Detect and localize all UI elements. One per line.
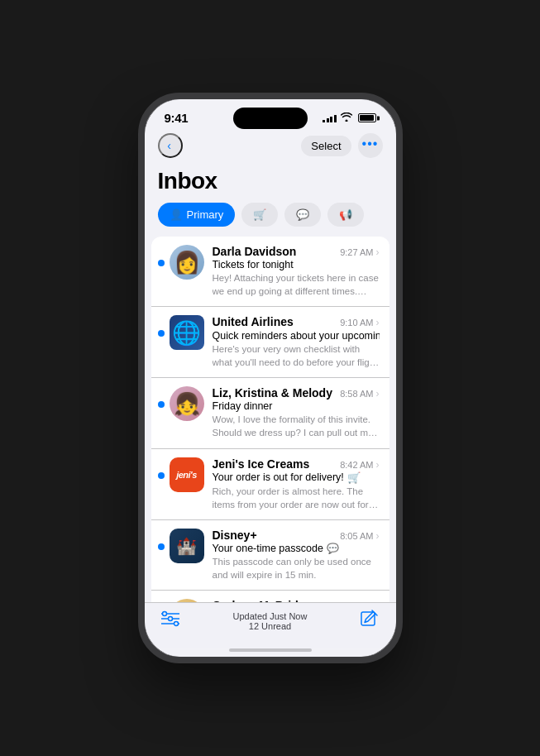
email-preview: Wow, I love the formality of this invite…	[213, 413, 380, 439]
email-preview: Rich, your order is almost here. The ite…	[213, 485, 380, 511]
email-time: 9:27 AM	[340, 247, 373, 257]
unread-dot	[158, 401, 165, 408]
category-tabs: 👤 Primary 🛒 💬 📢	[145, 203, 396, 237]
tab-shopping[interactable]: 🛒	[241, 203, 278, 227]
email-sender: United Airlines	[213, 315, 294, 328]
email-body-graham: Graham McBride 7:17 AM › Tell us if you …	[213, 599, 380, 602]
svg-point-2	[174, 621, 178, 625]
home-bar	[229, 648, 312, 652]
back-button[interactable]: ‹	[158, 133, 183, 158]
ellipsis-icon: •••	[362, 137, 379, 151]
email-subject: Friday dinner	[213, 400, 380, 412]
status-time: 9:41	[165, 111, 189, 125]
email-time: 8:42 AM	[340, 460, 373, 470]
compose-button[interactable]	[361, 610, 379, 632]
toolbar-status: Updated Just Now 12 Unread	[233, 611, 308, 631]
chevron-right-icon: ›	[376, 317, 380, 328]
svg-point-1	[168, 616, 172, 620]
person-icon: 👤	[170, 208, 183, 221]
email-header: United Airlines 9:10 AM ›	[213, 315, 380, 328]
avatar-united: 🌐	[170, 315, 204, 350]
email-item-liz[interactable]: 👧 Liz, Kristina & Melody 8:58 AM › Frida…	[151, 378, 389, 448]
email-body-liz: Liz, Kristina & Melody 8:58 AM › Friday …	[213, 386, 380, 439]
email-sender: Graham McBride	[213, 599, 305, 602]
avatar-disney: 🏰	[170, 529, 204, 563]
email-subject: Your one-time passcode 💬	[213, 543, 380, 554]
email-body-darla: Darla Davidson 9:27 AM › Tickets for ton…	[213, 245, 380, 298]
chevron-left-icon: ‹	[167, 139, 171, 152]
email-sender: Liz, Kristina & Melody	[213, 386, 332, 400]
email-body-united: United Airlines 9:10 AM › Quick reminder…	[213, 315, 380, 369]
more-button[interactable]: •••	[358, 133, 383, 158]
avatar-darla: 👩	[170, 245, 204, 280]
chevron-right-icon: ›	[376, 530, 380, 542]
email-body-jenis: Jeni's Ice Creams 8:42 AM › Your order i…	[213, 457, 380, 511]
email-header: Jeni's Ice Creams 8:42 AM ›	[213, 457, 380, 471]
email-item-united[interactable]: 🌐 United Airlines 9:10 AM › Quick remind…	[151, 307, 389, 378]
email-item-disney[interactable]: 🏰 Disney+ 8:05 AM › Your one-time passco…	[151, 520, 389, 591]
email-header: Graham McBride 7:17 AM ›	[213, 599, 380, 602]
avatar-jenis: jeni's	[170, 457, 204, 492]
email-header: Liz, Kristina & Melody 8:58 AM ›	[213, 386, 380, 400]
chevron-right-icon: ›	[376, 246, 380, 258]
avatar-graham: 👦	[170, 599, 204, 602]
unread-dot	[158, 543, 165, 550]
email-item-darla[interactable]: 👩 Darla Davidson 9:27 AM › Tickets for t…	[151, 237, 389, 307]
filter-button[interactable]	[161, 610, 179, 632]
chevron-right-icon: ›	[376, 388, 380, 400]
nav-actions: Select •••	[301, 133, 382, 158]
chevron-right-icon: ›	[376, 459, 380, 471]
email-item-jenis[interactable]: jeni's Jeni's Ice Creams 8:42 AM › Your …	[151, 449, 389, 520]
shopping-badge: 🛒	[347, 471, 361, 484]
unread-count: 12 Unread	[233, 621, 308, 631]
phone-frame: 9:41	[138, 93, 403, 663]
email-sender: Disney+	[213, 529, 257, 542]
signal-icon	[323, 113, 337, 122]
email-list: 👩 Darla Davidson 9:27 AM › Tickets for t…	[151, 237, 389, 602]
tab-updates[interactable]: 📢	[327, 203, 364, 227]
nav-bar: ‹ Select •••	[145, 130, 396, 165]
disney-logo: 🏰	[176, 536, 197, 556]
megaphone-icon: 📢	[339, 208, 352, 221]
email-preview: This passcode can only be used once and …	[213, 555, 380, 581]
email-preview: Here's your very own checklist with what…	[213, 342, 380, 369]
cart-icon: 🛒	[253, 208, 266, 221]
bottom-toolbar: Updated Just Now 12 Unread	[145, 602, 396, 648]
email-subject: Tickets for tonight	[213, 259, 380, 270]
email-preview: Hey! Attaching your tickets here in case…	[213, 271, 380, 298]
unread-dot	[158, 260, 165, 266]
tab-primary[interactable]: 👤 Primary	[158, 203, 236, 227]
dynamic-island	[233, 108, 308, 129]
message-badge: 💬	[327, 543, 339, 554]
tab-promos[interactable]: 💬	[284, 203, 321, 227]
email-header: Darla Davidson 9:27 AM ›	[213, 245, 380, 258]
email-body-disney: Disney+ 8:05 AM › Your one-time passcode…	[213, 529, 380, 581]
message-icon: 💬	[296, 208, 309, 221]
email-subject: Quick reminders about your upcoming... 🛒	[213, 329, 380, 342]
svg-rect-9	[361, 612, 375, 625]
battery-icon	[358, 113, 376, 122]
email-time: 9:10 AM	[340, 318, 373, 328]
home-indicator	[145, 648, 396, 657]
email-time: 8:05 AM	[340, 531, 373, 541]
tab-primary-label: Primary	[187, 208, 224, 221]
email-header: Disney+ 8:05 AM ›	[213, 529, 380, 542]
wifi-icon	[341, 112, 352, 124]
content-area: Inbox 👤 Primary 🛒 💬 📢	[145, 165, 396, 602]
email-time: 7:17 AM	[340, 601, 373, 602]
unread-dot	[158, 330, 165, 337]
update-status: Updated Just Now	[233, 611, 308, 621]
select-button[interactable]: Select	[301, 136, 351, 156]
email-item-graham[interactable]: 👦 Graham McBride 7:17 AM › Tell us if yo…	[151, 591, 389, 602]
email-sender: Darla Davidson	[213, 245, 297, 258]
status-icons	[323, 112, 376, 124]
page-title: Inbox	[145, 165, 396, 203]
email-subject: Your order is out for delivery! 🛒	[213, 471, 380, 484]
email-sender: Jeni's Ice Creams	[213, 457, 310, 471]
chevron-right-icon: ›	[376, 600, 380, 602]
screen: 9:41	[145, 99, 396, 657]
email-time: 8:58 AM	[340, 389, 373, 399]
svg-point-0	[162, 611, 166, 615]
unread-dot	[158, 472, 165, 479]
avatar-liz: 👧	[170, 386, 204, 421]
